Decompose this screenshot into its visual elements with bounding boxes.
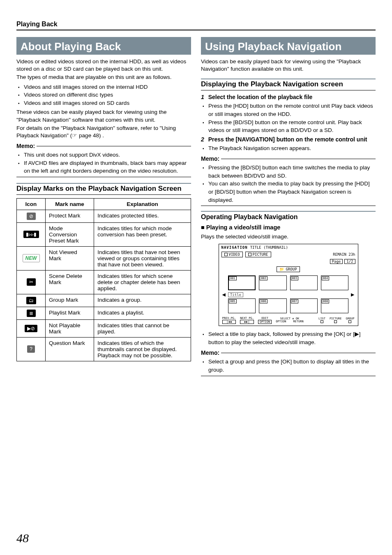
- ft-picture: PICTURE: [330, 317, 342, 320]
- protect-mark-icon: ⊘: [27, 213, 36, 220]
- ft-option: OPTION: [276, 320, 286, 323]
- step-2: 2 Press the [NAVIGATION] button on the r…: [201, 136, 376, 143]
- group-box: 📁 GROUP: [277, 266, 300, 272]
- mark-name: Group Mark: [46, 294, 94, 307]
- step2-list: The Playback Navigation screen appears.: [201, 144, 376, 153]
- thumbnail: 001: [228, 275, 256, 290]
- about-playing-back-title: About Playing Back: [16, 37, 191, 55]
- memo-header-right: Memo:: [201, 155, 376, 162]
- question-mark-icon: ?: [27, 345, 35, 353]
- mark-explanation: Indicates a group.: [94, 294, 191, 307]
- ft-next: NEXT PG.: [240, 317, 254, 320]
- playing-video-heading: Playing a video/still image: [201, 224, 376, 231]
- memo2-label: Memo:: [201, 349, 219, 356]
- table-row: ? Question Mark Indicates titles of whic…: [17, 337, 191, 361]
- media-types-list: Videos and still images stored on the in…: [16, 83, 191, 107]
- plays-selected-text: Plays the selected video/still image.: [201, 233, 376, 240]
- mark-explanation: Indicates titles that cannot be played.: [94, 319, 191, 337]
- not-playable-icon: ▶⊘: [25, 325, 37, 332]
- key-next: ▶▶|: [240, 320, 254, 324]
- media-type-item: Videos and still images stored on the in…: [24, 83, 191, 91]
- media-type-item: Videos stored on different disc types: [24, 91, 191, 99]
- memo2-item: Select a group and press the [OK] button…: [208, 358, 376, 374]
- table-row: ▮▹▹▮ Mode Conversion Preset Mark Indicat…: [17, 222, 191, 246]
- mark-name: Question Mark: [46, 337, 94, 361]
- thumbnail: 006: [259, 298, 286, 313]
- memo-list-right: Pressing the [BD/SD] button each time sw…: [201, 164, 376, 204]
- using-playback-nav-title: Using Playback Navigation: [201, 37, 376, 55]
- scene-delete-icon: ✂: [27, 278, 36, 286]
- ft-edit: EDIT: [258, 317, 272, 320]
- operating-nav-heading: Operating Playback Navigation: [201, 211, 376, 222]
- about-p3: These videos can be easily played back f…: [16, 109, 191, 123]
- memo2-header: Memo:: [201, 349, 376, 356]
- page-value: 1/2: [344, 259, 355, 264]
- step1-item: Press the [BD/SD] button on the remote c…: [208, 118, 376, 134]
- step-number-2: 2: [201, 136, 204, 143]
- thumbnail: 003: [290, 275, 318, 290]
- display-marks-heading: Display Marks on the Playback Navigation…: [16, 183, 191, 195]
- mark-name: Playlist Mark: [46, 307, 94, 319]
- step-1-text: Select the location of the playback file: [208, 94, 313, 100]
- ft-list: LIST: [318, 317, 325, 320]
- mark-name: Protect Mark: [46, 210, 94, 222]
- right-p1: Videos can be easily played back for vie…: [201, 58, 376, 73]
- mark-explanation: Indicates a playlist.: [94, 307, 191, 319]
- memo-item: You can also switch the media to play ba…: [208, 180, 376, 204]
- mark-name: Mode Conversion Preset Mark: [46, 222, 94, 246]
- table-row: ✂ Scene Delete Mark Indicates titles for…: [17, 270, 191, 294]
- table-row: ▶⊘ Not Playable Mark Indicates titles th…: [17, 319, 191, 337]
- not-viewed-icon: NEW: [23, 254, 40, 262]
- page-label: Page: [330, 259, 343, 264]
- ft-group: GROUP: [346, 317, 354, 320]
- navigation-screen-illustration: NAVIGATION TITLE (THUMBNAIL) VIDEO PICTU…: [219, 244, 358, 326]
- after-mock-list: Select a title to play back, followed by…: [201, 330, 376, 346]
- media-type-item: Videos and still images stored on SD car…: [24, 99, 191, 107]
- folder-icon: 📁: [279, 267, 284, 271]
- arrow-left-icon: ◀: [222, 291, 226, 298]
- playlist-mark-icon: ≣: [27, 310, 36, 317]
- about-p2: The types of media that are playable on …: [16, 74, 191, 81]
- memo2-list: Select a group and press the [OK] button…: [201, 358, 376, 374]
- thumbnail: 007: [290, 298, 318, 313]
- memo-label: Memo:: [16, 143, 35, 149]
- thumbnail: 005: [228, 298, 256, 313]
- mark-explanation: Indicates titles of which the thumbnails…: [94, 337, 191, 361]
- step1-list: Press the [HDD] button on the remote con…: [201, 102, 376, 134]
- memo-item: If AVCHD files are displayed in thumbnai…: [24, 159, 191, 175]
- remain-label: REMAIN 23h: [333, 252, 355, 257]
- marker-icon: [321, 320, 323, 323]
- step-1: 1 Select the location of the playback fi…: [201, 94, 376, 100]
- memo-header: Memo:: [16, 143, 191, 149]
- thumbnail: 002: [259, 275, 286, 290]
- nav-title: NAVIGATION: [221, 245, 248, 250]
- thumbnail: 008: [321, 298, 348, 313]
- marker-icon: [348, 320, 351, 323]
- step-number-1: 1: [201, 94, 204, 100]
- group-mark-icon: 🗂: [26, 297, 36, 304]
- thumbnail: 004: [321, 275, 348, 290]
- about-p4: For details on the "Playback Navigation"…: [16, 125, 191, 139]
- table-row: ⊘ Protect Mark Indicates protected title…: [17, 210, 191, 222]
- display-marks-table: Icon Mark name Explanation ⊘ Protect Mar…: [16, 198, 191, 361]
- memo-item: Pressing the [BD/SD] button each time sw…: [208, 164, 376, 180]
- col-icon: Icon: [17, 198, 46, 210]
- memo-list: This unit does not support DivX videos. …: [16, 151, 191, 175]
- table-row: ≣ Playlist Mark Indicates a playlist.: [17, 307, 191, 319]
- step2-item: The Playback Navigation screen appears.: [208, 144, 376, 153]
- marker-icon: [334, 320, 337, 323]
- key-prev: |◀◀: [222, 320, 236, 324]
- arrow-right-icon: ▶: [351, 291, 354, 298]
- mark-explanation: Indicates protected titles.: [94, 210, 191, 222]
- mark-explanation: Indicates titles that have not been view…: [94, 246, 191, 270]
- step1-item: Press the [HDD] button on the remote con…: [208, 102, 376, 118]
- about-p1: Videos or edited videos stored on the in…: [16, 58, 191, 73]
- mark-explanation: Indicates titles for which mode conversi…: [94, 222, 191, 246]
- left-column: About Playing Back Videos or edited vide…: [16, 37, 191, 376]
- mark-name: Not Viewed Mark: [46, 246, 94, 270]
- table-row: NEW Not Viewed Mark Indicates titles tha…: [17, 246, 191, 270]
- tab-video: VIDEO: [221, 252, 243, 257]
- nav-subtitle: TITLE (THUMBNAIL): [250, 245, 288, 250]
- page-number: 48: [16, 531, 29, 545]
- mark-name: Scene Delete Mark: [46, 270, 94, 294]
